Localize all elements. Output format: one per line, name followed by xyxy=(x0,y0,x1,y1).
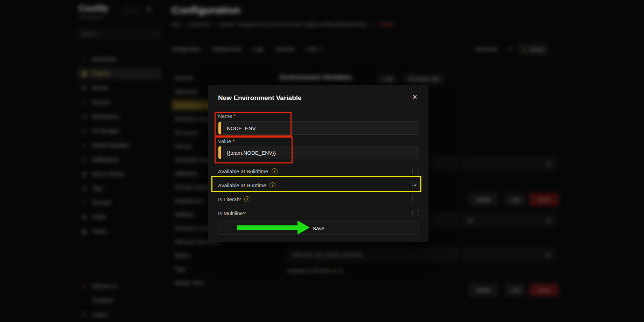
is-multiline-row: Is Multiline? xyxy=(218,209,419,217)
required-asterisk: * xyxy=(232,138,234,144)
required-asterisk: * xyxy=(233,113,236,119)
screen: Coolify ⚙ v4.0.0-beta.323 Search / ⌂Dash… xyxy=(0,0,644,322)
modal-title: New Environment Variable xyxy=(218,94,418,102)
is-multiline-checkbox[interactable] xyxy=(412,210,419,216)
name-input-wrap xyxy=(218,121,419,135)
close-icon[interactable]: × xyxy=(410,92,420,102)
value-field-label: Value* xyxy=(218,138,234,144)
buildtime-checkbox[interactable] xyxy=(412,168,419,174)
runtime-checkbox[interactable]: ✓ xyxy=(412,182,419,188)
value-input[interactable] xyxy=(218,146,419,159)
save-button[interactable]: Save xyxy=(218,222,419,235)
is-literal-row: Is Literal? i xyxy=(218,195,419,203)
is-literal-checkbox[interactable] xyxy=(412,196,419,202)
name-input[interactable] xyxy=(218,121,419,135)
buildtime-row: Available at Buildtime i xyxy=(218,167,419,175)
info-icon[interactable]: i xyxy=(272,168,278,174)
check-icon: ✓ xyxy=(414,182,418,188)
name-field-label: Name* xyxy=(218,113,236,119)
info-icon[interactable]: i xyxy=(270,182,275,188)
new-env-variable-modal: New Environment Variable × Name* Value* … xyxy=(208,85,428,241)
info-icon[interactable]: i xyxy=(244,196,250,202)
value-input-wrap xyxy=(218,146,419,159)
runtime-row: Available at Runtime i ✓ xyxy=(218,181,419,189)
